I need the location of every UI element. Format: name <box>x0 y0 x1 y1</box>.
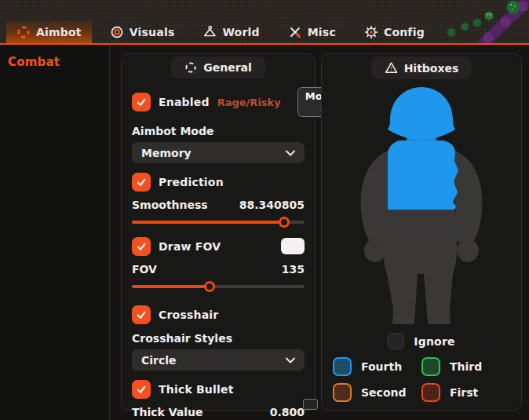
enabled-row: Enabled Rage/Risky Mouse 5 <box>132 87 305 117</box>
hitbox-character-model[interactable] <box>338 81 505 331</box>
warning-triangle-icon <box>385 61 398 75</box>
thick-bullet-checkbox[interactable] <box>132 380 151 399</box>
crosshair-row: Crosshair <box>132 305 305 324</box>
sidebar-item-combat[interactable]: Combat <box>0 45 109 79</box>
tab-label: Aimbot <box>36 26 82 38</box>
tab-misc[interactable]: Misc <box>278 20 346 43</box>
smoothness-head: Smoothness 88.340805 <box>132 199 305 211</box>
smoothness-label: Smoothness <box>132 199 208 211</box>
fov-slider[interactable] <box>132 281 305 292</box>
aimbot-mode-dropdown[interactable]: Memory <box>132 142 305 163</box>
model-highlighted-parts <box>388 87 458 210</box>
risk-tag: Rage/Risky <box>217 97 284 108</box>
swatch-label: Third <box>450 360 482 373</box>
top-bar: Aimbot Visuals World <box>0 0 529 43</box>
crosshair-styles-dropdown[interactable]: Circle <box>132 349 305 371</box>
panel-title: Hitboxes <box>404 62 459 75</box>
smoothness-slider[interactable] <box>132 217 305 228</box>
sidebar: Combat <box>0 45 110 420</box>
cheat-menu-window: Aimbot Visuals World <box>0 0 529 420</box>
check-icon <box>136 384 147 395</box>
swatch-row-second: Second <box>333 381 421 404</box>
prediction-label: Prediction <box>159 176 224 188</box>
key-icon <box>303 399 318 410</box>
crosshair-checkbox[interactable] <box>132 305 151 324</box>
fov-color-picker[interactable] <box>281 238 305 254</box>
crosshair-styles-label: Crosshair Styles <box>132 332 305 345</box>
first-color-swatch[interactable] <box>421 383 440 402</box>
thick-value-value: 0.800 <box>270 406 305 418</box>
tab-world[interactable]: World <box>192 20 269 43</box>
chevron-down-icon <box>286 357 295 363</box>
panel-title: General <box>203 61 252 74</box>
ignore-label: Ignore <box>414 335 454 348</box>
swatch-label: Fourth <box>361 360 402 373</box>
draw-fov-label: Draw FOV <box>159 240 221 253</box>
gear-icon <box>364 25 378 39</box>
slider-fill <box>132 285 210 288</box>
check-icon <box>136 177 147 188</box>
check-icon <box>136 241 147 252</box>
dropdown-value: Circle <box>141 354 177 367</box>
aimbot-mode-label: Aimbot Mode <box>132 125 305 137</box>
tab-bar: Aimbot Visuals World <box>6 20 435 43</box>
slider-fill <box>132 221 284 224</box>
crosshair-label: Crosshair <box>159 309 218 321</box>
tab-aimbot[interactable]: Aimbot <box>6 20 92 43</box>
swatch-label: Second <box>361 386 406 399</box>
content-area: Combat General <box>0 45 529 420</box>
swatch-row-first: First <box>421 381 510 404</box>
hanger-icon <box>202 25 217 39</box>
tab-visuals[interactable]: Visuals <box>100 20 185 43</box>
hitboxes-panel: Hitboxes <box>321 53 522 411</box>
general-panel-header: General <box>171 57 265 79</box>
enabled-checkbox[interactable] <box>132 93 151 111</box>
tab-label: Config <box>384 26 425 38</box>
slider-handle[interactable] <box>279 217 290 228</box>
ignore-checkbox[interactable] <box>388 333 404 349</box>
thick-value-head: Thick Value 0.800 <box>132 406 305 418</box>
enabled-label: Enabled <box>159 96 210 108</box>
dropdown-value: Memory <box>141 147 192 159</box>
main-area: General Enabled Rage/Risky Mouse 5 <box>110 45 529 420</box>
tools-icon <box>288 25 302 39</box>
prediction-row: Prediction <box>132 172 305 192</box>
check-icon <box>136 309 147 320</box>
smoothness-value: 88.340805 <box>239 199 305 211</box>
prediction-checkbox[interactable] <box>132 173 151 192</box>
general-panel: General Enabled Rage/Risky Mouse 5 <box>121 53 316 411</box>
ignore-row: Ignore <box>388 333 454 349</box>
fourth-color-swatch[interactable] <box>333 357 352 376</box>
crosshair-icon <box>16 25 31 39</box>
swatch-label: First <box>450 386 478 399</box>
slider-handle[interactable] <box>204 281 215 292</box>
thick-bullet-row: Thick Bullet <box>132 379 305 399</box>
thick-bullet-label: Thick Bullet <box>159 383 234 396</box>
decoration-dots <box>425 0 529 43</box>
hitboxes-panel-header: Hitboxes <box>371 57 472 79</box>
tab-label: World <box>222 26 259 38</box>
third-color-swatch[interactable] <box>421 357 440 376</box>
second-color-swatch[interactable] <box>333 383 352 402</box>
tab-label: Misc <box>308 26 336 38</box>
fov-value: 135 <box>282 263 305 276</box>
check-icon <box>136 97 147 108</box>
fov-head: FOV 135 <box>132 263 305 276</box>
eye-icon <box>110 25 124 39</box>
draw-fov-checkbox[interactable] <box>132 237 151 256</box>
thick-value-label: Thick Value <box>132 406 203 418</box>
swatch-row-fourth: Fourth <box>333 355 421 378</box>
draw-fov-row: Draw FOV <box>132 236 305 256</box>
tab-config[interactable]: Config <box>354 20 435 43</box>
hitbox-color-grid: Fourth Third Second First <box>322 355 521 404</box>
tab-label: Visuals <box>130 26 175 38</box>
chevron-down-icon <box>286 150 295 156</box>
swatch-row-third: Third <box>421 355 510 378</box>
crosshair-icon <box>184 61 197 74</box>
fov-label: FOV <box>132 263 157 276</box>
